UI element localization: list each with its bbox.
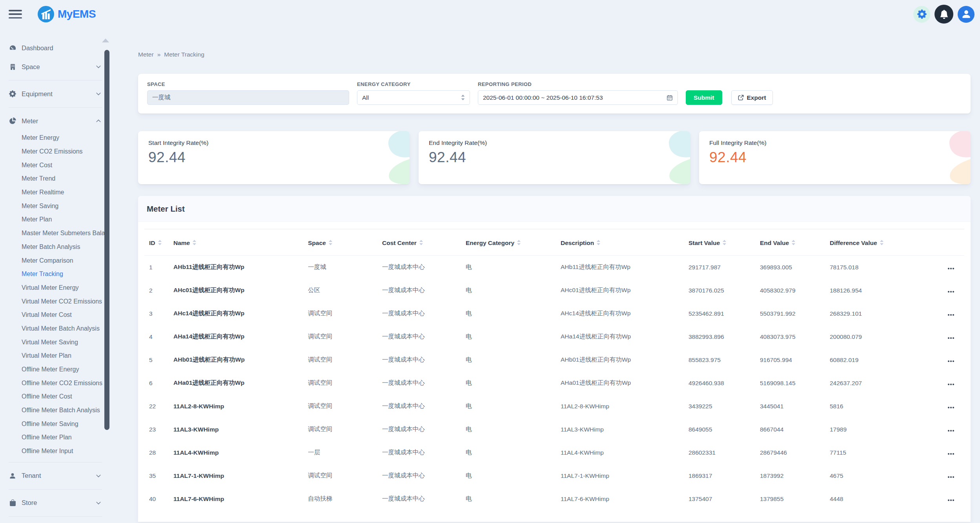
sidebar-subitem[interactable]: Offline Meter Cost <box>9 390 107 404</box>
sidebar-subitem[interactable]: Meter Energy <box>9 131 107 145</box>
sidebar-subitem[interactable]: Virtual Meter Cost <box>9 308 107 322</box>
sidebar-subitem-label: Meter Batch Analysis <box>22 243 80 251</box>
sidebar-subitem[interactable]: Offline Meter Input <box>9 444 107 458</box>
submit-button[interactable]: Submit <box>686 90 722 105</box>
cell-name: AHb11进线柜正向有功Wp <box>170 256 305 279</box>
column-header[interactable]: Difference Value <box>827 229 911 256</box>
row-actions-button[interactable] <box>946 313 956 317</box>
cell-space: 公区 <box>305 279 379 302</box>
column-header[interactable]: Energy Category <box>463 229 557 256</box>
sidebar-item-meter[interactable]: Meter <box>9 112 111 130</box>
energy-category-select[interactable]: All <box>357 90 470 105</box>
sidebar-item-label: Store <box>22 499 37 507</box>
row-actions-button[interactable] <box>946 336 956 340</box>
cell-id: 4 <box>144 325 170 348</box>
sidebar-subitem-label: Offline Meter Batch Analysis <box>22 407 100 414</box>
row-actions-button[interactable] <box>946 475 956 479</box>
column-header[interactable]: Description <box>557 229 685 256</box>
row-actions-button[interactable] <box>946 405 956 410</box>
space-input[interactable]: 一度城 <box>147 90 349 105</box>
cell-name: AHc01进线柜正向有功Wp <box>170 279 305 302</box>
sidebar-subitem[interactable]: Meter Realtime <box>9 186 107 199</box>
column-header[interactable]: Space <box>305 229 379 256</box>
sidebar-subitem[interactable]: Virtual Meter CO2 Emissions <box>9 294 107 308</box>
sidebar-subitem[interactable]: Meter CO2 Emissions <box>9 145 107 159</box>
row-actions-button[interactable] <box>946 428 956 433</box>
cell-space: 调试空间 <box>305 418 379 441</box>
meter-list-title: Meter List <box>147 204 185 214</box>
sidebar-subitem[interactable]: Meter Cost <box>9 158 107 172</box>
sidebar-subitem-label: Virtual Meter Saving <box>22 339 78 346</box>
row-actions-button[interactable] <box>946 289 956 294</box>
cell-cost-center: 一度城成本中心 <box>379 441 463 464</box>
sidebar-subitem[interactable]: Master Meter Submeters Balance <box>9 227 107 240</box>
cell-description: AHc01进线柜正向有功Wp <box>557 279 685 302</box>
myems-logo-icon <box>38 6 54 22</box>
cell-start-value: 1869317 <box>685 464 757 487</box>
building-icon <box>9 64 16 70</box>
export-button[interactable]: Export <box>731 90 773 105</box>
column-header[interactable]: ID <box>144 229 170 256</box>
sidebar-subitem[interactable]: Offline Meter CO2 Emissions <box>9 376 107 390</box>
meter-table: ID Name Space Cost Center Energy Categor… <box>144 229 964 510</box>
sort-icon <box>158 240 162 245</box>
breadcrumb-parent[interactable]: Meter <box>138 51 154 58</box>
row-actions-button[interactable] <box>946 266 956 271</box>
sidebar-subitem[interactable]: Virtual Meter Batch Analysis <box>9 322 107 336</box>
sidebar-subitem[interactable]: Meter Tracking <box>9 267 107 281</box>
row-actions-button[interactable] <box>946 498 956 503</box>
cell-energy-category: 电 <box>463 464 557 487</box>
column-header-label: Description <box>561 240 594 246</box>
cell-start-value: 28602331 <box>685 441 757 464</box>
column-header[interactable]: Cost Center <box>379 229 463 256</box>
sidebar-item-equipment[interactable]: Equipment <box>9 84 111 103</box>
sidebar-subitem[interactable]: Meter Batch Analysis <box>9 240 107 254</box>
column-header-label: Energy Category <box>466 240 514 246</box>
sidebar-subitem[interactable]: Virtual Meter Energy <box>9 281 107 295</box>
energy-category-value: All <box>362 94 369 101</box>
cell-difference-value: 17989 <box>827 418 911 441</box>
sidebar-subitem[interactable]: Meter Saving <box>9 199 107 213</box>
cell-end-value: 369893.005 <box>757 256 827 279</box>
stat-card: Full Integrity Rate(%) 92.44 <box>699 131 971 184</box>
sidebar-subitem[interactable]: Offline Meter Saving <box>9 417 107 431</box>
column-header[interactable]: End Value <box>757 229 827 256</box>
sidebar-subitem[interactable]: Virtual Meter Saving <box>9 335 107 349</box>
cell-start-value: 1375407 <box>685 487 757 510</box>
sidebar-subitem[interactable]: Meter Comparison <box>9 254 107 267</box>
row-actions-button[interactable] <box>946 382 956 387</box>
sidebar-subitem[interactable]: Offline Meter Plan <box>9 431 107 444</box>
cell-actions <box>911 325 964 348</box>
sidebar-item-tenant[interactable]: Tenant <box>9 466 111 485</box>
brand-logo[interactable]: MyEMS <box>38 6 96 22</box>
sidebar-item-space[interactable]: Space <box>9 57 111 76</box>
settings-button[interactable] <box>913 6 930 23</box>
user-menu-button[interactable] <box>958 6 975 23</box>
sidebar-item-dashboard[interactable]: Dashboard <box>9 38 111 57</box>
table-row: 22 11AL2-8-KWHimp 调试空间 一度城成本中心 电 11AL2-8… <box>144 395 964 418</box>
chevron-down-icon <box>96 64 101 69</box>
sidebar-subitem[interactable]: Meter Plan <box>9 213 107 227</box>
sort-icon <box>419 240 423 245</box>
sidebar-subitem[interactable]: Offline Meter Batch Analysis <box>9 404 107 417</box>
cell-energy-category: 电 <box>463 279 557 302</box>
column-header[interactable]: Name <box>170 229 305 256</box>
sidebar-scrollbar-thumb[interactable] <box>104 50 109 430</box>
column-header[interactable]: Start Value <box>685 229 757 256</box>
cell-description: AHa01进线柜正向有功Wp <box>557 371 685 395</box>
row-actions-button[interactable] <box>946 452 956 456</box>
sidebar-subitem[interactable]: Meter Trend <box>9 172 107 186</box>
reporting-period-input[interactable]: 2025-06-01 00:00:00 ~ 2025-06-10 16:07:5… <box>478 90 678 105</box>
sidebar-item-store[interactable]: Store <box>9 494 111 512</box>
menu-toggle-button[interactable] <box>9 9 22 19</box>
cell-cost-center: 一度城成本中心 <box>379 325 463 348</box>
sidebar-subitem[interactable]: Virtual Meter Plan <box>9 349 107 363</box>
notifications-button[interactable] <box>934 5 953 24</box>
cell-start-value: 3439225 <box>685 395 757 418</box>
breadcrumb-separator: » <box>157 51 161 58</box>
sidebar-subitem[interactable]: Offline Meter Energy <box>9 363 107 377</box>
chevron-down-icon <box>96 500 101 506</box>
row-actions-button[interactable] <box>946 359 956 364</box>
table-row: 2 AHc01进线柜正向有功Wp 公区 一度城成本中心 电 AHc01进线柜正向… <box>144 279 964 302</box>
scroll-up-icon <box>102 38 109 42</box>
